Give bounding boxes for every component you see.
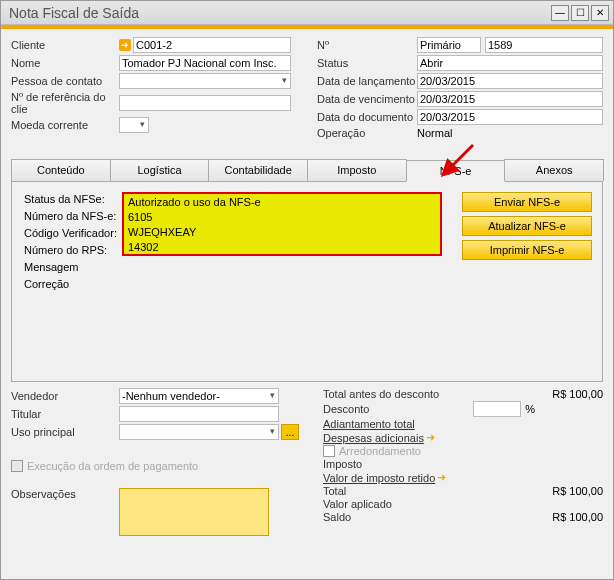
vendedor-field[interactable]: -Nenhum vendedor- bbox=[119, 388, 279, 404]
moeda-field[interactable] bbox=[119, 117, 149, 133]
uso-ellipsis-button[interactable]: ... bbox=[281, 424, 299, 440]
tab-logistica[interactable]: Logística bbox=[110, 159, 210, 181]
vendedor-label: Vendedor bbox=[11, 390, 119, 402]
header-right: NºPrimário1589 StatusAbrir Data de lança… bbox=[317, 37, 603, 141]
num-field[interactable]: 1589 bbox=[485, 37, 603, 53]
oper-value: Normal bbox=[417, 127, 452, 139]
titlebar: Nota Fiscal de Saída — ☐ ✕ bbox=[1, 1, 613, 25]
imposto-label: Imposto bbox=[323, 458, 535, 470]
window: Nota Fiscal de Saída — ☐ ✕ Cliente➜C001-… bbox=[0, 0, 614, 580]
nfse-status-value: Autorizado o uso da NFS-e bbox=[124, 194, 440, 209]
nfse-panel: Status da NFSe: Número da NFS-e: Código … bbox=[11, 182, 603, 382]
imprimir-nfse-button[interactable]: Imprimir NFS-e bbox=[462, 240, 592, 260]
pct-label: % bbox=[525, 403, 535, 415]
tab-nfse[interactable]: NFS-e bbox=[406, 160, 506, 182]
atualizar-nfse-button[interactable]: Atualizar NFS-e bbox=[462, 216, 592, 236]
minimize-button[interactable]: — bbox=[551, 5, 569, 21]
despesas-link[interactable]: Despesas adicionais➜ bbox=[323, 431, 535, 444]
status-label: Status bbox=[317, 57, 417, 69]
saldo-label: Saldo bbox=[323, 511, 535, 523]
arred-checkbox[interactable] bbox=[323, 445, 335, 457]
arrow-icon: ➜ bbox=[426, 431, 435, 444]
tab-conteudo[interactable]: Conteúdo bbox=[11, 159, 111, 181]
nfse-status-label: Status da NFSe: bbox=[22, 192, 122, 209]
lanc-label: Data de lançamento bbox=[317, 75, 417, 87]
contato-field[interactable] bbox=[119, 73, 291, 89]
desconto-label: Desconto bbox=[323, 403, 469, 415]
arred-label: Arredondamento bbox=[339, 445, 421, 457]
total-antes-value: R$ 100,00 bbox=[535, 388, 603, 400]
obs-label: Observações bbox=[11, 488, 119, 500]
tab-contabilidade[interactable]: Contabilidade bbox=[208, 159, 308, 181]
venc-label: Data de vencimento bbox=[317, 93, 417, 105]
tab-anexos[interactable]: Anexos bbox=[504, 159, 604, 181]
titular-label: Titular bbox=[11, 408, 119, 420]
adiantamento-link[interactable]: Adiantamento total bbox=[323, 418, 535, 430]
oper-label: Operação bbox=[317, 127, 417, 139]
doc-field[interactable]: 20/03/2015 bbox=[417, 109, 603, 125]
uso-label: Uso principal bbox=[11, 426, 119, 438]
num-label: Nº bbox=[317, 39, 417, 51]
moeda-label: Moeda corrente bbox=[11, 119, 119, 131]
refcli-field[interactable] bbox=[119, 95, 291, 111]
nfse-mensagem-label: Mensagem bbox=[22, 260, 122, 277]
status-field: Abrir bbox=[417, 55, 603, 71]
enviar-nfse-button[interactable]: Enviar NFS-e bbox=[462, 192, 592, 212]
total-antes-label: Total antes do desconto bbox=[323, 388, 535, 400]
tab-imposto[interactable]: Imposto bbox=[307, 159, 407, 181]
desconto-field[interactable] bbox=[473, 401, 521, 417]
num-type-field[interactable]: Primário bbox=[417, 37, 481, 53]
uso-field[interactable] bbox=[119, 424, 279, 440]
nome-label: Nome bbox=[11, 57, 119, 69]
nfse-labels: Status da NFSe: Número da NFS-e: Código … bbox=[22, 192, 122, 294]
nome-field[interactable]: Tomador PJ Nacional com Insc. bbox=[119, 55, 291, 71]
saldo-value: R$ 100,00 bbox=[535, 511, 603, 523]
maximize-button[interactable]: ☐ bbox=[571, 5, 589, 21]
obs-textarea[interactable] bbox=[119, 488, 269, 536]
contato-label: Pessoa de contato bbox=[11, 75, 119, 87]
header-left: Cliente➜C001-2 NomeTomador PJ Nacional c… bbox=[11, 37, 297, 141]
nfse-numero-label: Número da NFS-e: bbox=[22, 209, 122, 226]
total-value: R$ 100,00 bbox=[535, 485, 603, 497]
nfse-codver-value: WJEQHXEAY bbox=[124, 224, 440, 239]
aplicado-label: Valor aplicado bbox=[323, 498, 535, 510]
cliente-label: Cliente bbox=[11, 39, 119, 51]
close-button[interactable]: ✕ bbox=[591, 5, 609, 21]
exec-label: Execução da ordem de pagamento bbox=[27, 460, 198, 472]
titular-field[interactable] bbox=[119, 406, 279, 422]
window-title: Nota Fiscal de Saída bbox=[5, 5, 549, 21]
arrow-icon: ➜ bbox=[437, 471, 446, 484]
exec-checkbox bbox=[11, 460, 23, 472]
retido-link[interactable]: Valor de imposto retido➜ bbox=[323, 471, 535, 484]
nfse-rps-label: Número do RPS: bbox=[22, 243, 122, 260]
venc-field[interactable]: 20/03/2015 bbox=[417, 91, 603, 107]
nfse-highlight-box: Autorizado o uso da NFS-e 6105 WJEQHXEAY… bbox=[122, 192, 442, 256]
refcli-label: Nº de referência do clie bbox=[11, 91, 119, 115]
tabs: Conteúdo Logística Contabilidade Imposto… bbox=[11, 159, 603, 182]
nfse-numero-value: 6105 bbox=[124, 209, 440, 224]
lanc-field[interactable]: 20/03/2015 bbox=[417, 73, 603, 89]
total-label: Total bbox=[323, 485, 535, 497]
cliente-field[interactable]: C001-2 bbox=[133, 37, 291, 53]
nfse-rps-value: 14302 bbox=[124, 239, 440, 254]
nfse-correcao-label: Correção bbox=[22, 277, 122, 294]
doc-label: Data do documento bbox=[317, 111, 417, 123]
nfse-codver-label: Código Verificador: bbox=[22, 226, 122, 243]
link-icon[interactable]: ➜ bbox=[119, 39, 131, 51]
